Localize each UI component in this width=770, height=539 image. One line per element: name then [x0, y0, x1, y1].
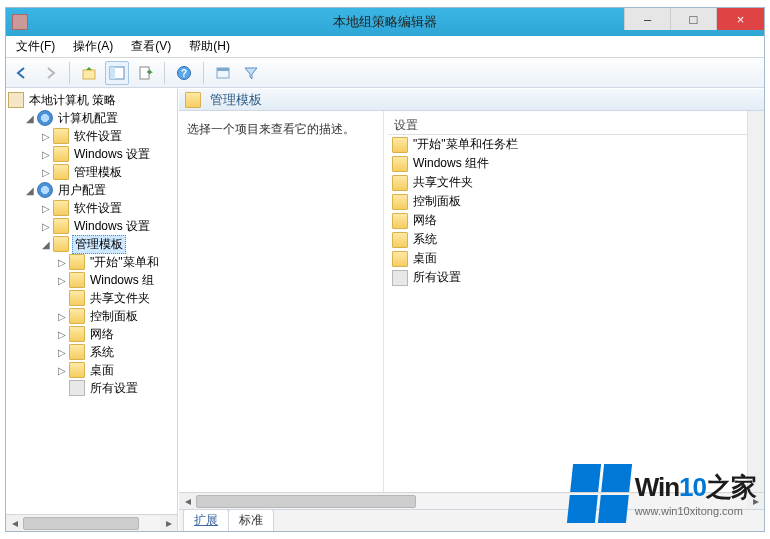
folder-icon: [392, 251, 408, 267]
tree-label: 软件设置: [72, 128, 124, 145]
tree-win-comp[interactable]: ▷Windows 组: [56, 271, 177, 289]
tree-label: 所有设置: [88, 380, 140, 397]
tree-computer-config[interactable]: ◢ 计算机配置: [24, 109, 177, 127]
app-icon: [12, 14, 28, 30]
tree-label: 软件设置: [72, 200, 124, 217]
list-item-network[interactable]: 网络: [388, 211, 760, 230]
menu-help[interactable]: 帮助(H): [183, 36, 236, 57]
list-item-system[interactable]: 系统: [388, 230, 760, 249]
tree-uc-software[interactable]: ▷软件设置: [40, 199, 177, 217]
folder-icon: [53, 164, 69, 180]
window-title: 本地组策略编辑器: [333, 13, 437, 31]
list-item-label: 桌面: [413, 250, 437, 267]
tree-label: 桌面: [88, 362, 116, 379]
settings-list: 设置 "开始"菜单和任务栏 Windows 组件 共享文件夹 控制面板 网络 系…: [384, 111, 764, 492]
tree-start-menu[interactable]: ▷"开始"菜单和: [56, 253, 177, 271]
list-item-win-comp[interactable]: Windows 组件: [388, 154, 760, 173]
list-vscrollbar[interactable]: [747, 111, 764, 492]
forward-button[interactable]: [38, 61, 62, 85]
up-button[interactable]: [77, 61, 101, 85]
all-settings-icon: [69, 380, 85, 396]
menu-view[interactable]: 查看(V): [125, 36, 177, 57]
expand-icon[interactable]: ▷: [56, 311, 67, 322]
expand-icon[interactable]: ▷: [56, 365, 67, 376]
svg-rect-0: [83, 70, 95, 79]
show-hide-tree-button[interactable]: [105, 61, 129, 85]
list-item-label: "开始"菜单和任务栏: [413, 136, 518, 153]
tree-control-panel[interactable]: ▷控制面板: [56, 307, 177, 325]
tree-label: 计算机配置: [56, 110, 120, 127]
maximize-button[interactable]: □: [670, 8, 716, 30]
tree-cc-admin[interactable]: ▷管理模板: [40, 163, 177, 181]
wm-text: Win: [635, 472, 679, 502]
scroll-left-icon[interactable]: ◂: [6, 516, 23, 531]
expand-icon[interactable]: ▷: [40, 203, 51, 214]
tree-shared[interactable]: 共享文件夹: [56, 289, 177, 307]
list-item-shared[interactable]: 共享文件夹: [388, 173, 760, 192]
description-text: 选择一个项目来查看它的描述。: [187, 122, 355, 136]
column-header-setting[interactable]: 设置: [388, 115, 760, 135]
details-header-title: 管理模板: [210, 91, 262, 109]
scroll-left-icon[interactable]: ◂: [179, 494, 196, 509]
menubar: 文件(F) 操作(A) 查看(V) 帮助(H): [6, 36, 764, 58]
list-item-label: 所有设置: [413, 269, 461, 286]
collapse-icon[interactable]: ◢: [24, 185, 35, 196]
tree-root[interactable]: 本地计算机 策略: [8, 91, 177, 109]
list-item-control-panel[interactable]: 控制面板: [388, 192, 760, 211]
tab-extended[interactable]: 扩展: [183, 509, 229, 531]
tree-cc-windows[interactable]: ▷Windows 设置: [40, 145, 177, 163]
gear-icon: [37, 110, 53, 126]
expand-icon[interactable]: ▷: [56, 257, 67, 268]
tree-system[interactable]: ▷系统: [56, 343, 177, 361]
properties-button[interactable]: [211, 61, 235, 85]
folder-icon: [392, 194, 408, 210]
expand-icon[interactable]: ▷: [56, 347, 67, 358]
list-item-all-settings[interactable]: 所有设置: [388, 268, 760, 287]
folder-icon: [69, 362, 85, 378]
svg-rect-2: [110, 67, 115, 79]
watermark: Win10之家 www.win10xitong.com: [570, 464, 756, 523]
help-button[interactable]: ?: [172, 61, 196, 85]
expand-icon[interactable]: ▷: [56, 329, 67, 340]
tree-uc-windows[interactable]: ▷Windows 设置: [40, 217, 177, 235]
root-icon: [8, 92, 24, 108]
svg-rect-7: [217, 68, 229, 71]
tree-label: 用户配置: [56, 182, 108, 199]
expand-icon[interactable]: ▷: [40, 221, 51, 232]
tree-uc-admin-selected[interactable]: ◢管理模板: [40, 235, 177, 253]
list-item-desktop[interactable]: 桌面: [388, 249, 760, 268]
folder-icon: [392, 213, 408, 229]
all-settings-icon: [392, 270, 408, 286]
tree-desktop[interactable]: ▷桌面: [56, 361, 177, 379]
folder-icon: [53, 218, 69, 234]
tree-network[interactable]: ▷网络: [56, 325, 177, 343]
tab-standard[interactable]: 标准: [228, 509, 274, 531]
tree-cc-software[interactable]: ▷软件设置: [40, 127, 177, 145]
folder-icon: [69, 254, 85, 270]
scroll-right-icon[interactable]: ▸: [160, 516, 177, 531]
collapse-icon[interactable]: ◢: [40, 239, 51, 250]
wm-url: www.win10xitong.com: [635, 505, 756, 517]
menu-action[interactable]: 操作(A): [67, 36, 119, 57]
list-item-label: 网络: [413, 212, 437, 229]
tree-hscrollbar[interactable]: ◂ ▸: [6, 514, 177, 531]
filter-button[interactable]: [239, 61, 263, 85]
tree-label: 系统: [88, 344, 116, 361]
wm-text: 10: [679, 472, 706, 502]
tree-user-config[interactable]: ◢ 用户配置: [24, 181, 177, 199]
expand-icon[interactable]: ▷: [56, 275, 67, 286]
close-button[interactable]: ×: [716, 8, 764, 30]
export-button[interactable]: [133, 61, 157, 85]
tree-all-settings[interactable]: 所有设置: [56, 379, 177, 397]
toolbar: ?: [6, 58, 764, 88]
expand-icon[interactable]: ▷: [40, 167, 51, 178]
minimize-button[interactable]: –: [624, 8, 670, 30]
list-item-start-menu[interactable]: "开始"菜单和任务栏: [388, 135, 760, 154]
folder-icon: [69, 272, 85, 288]
expand-icon[interactable]: ▷: [40, 131, 51, 142]
back-button[interactable]: [10, 61, 34, 85]
collapse-icon[interactable]: ◢: [24, 113, 35, 124]
windows-logo-icon: [567, 464, 632, 523]
expand-icon[interactable]: ▷: [40, 149, 51, 160]
menu-file[interactable]: 文件(F): [10, 36, 61, 57]
